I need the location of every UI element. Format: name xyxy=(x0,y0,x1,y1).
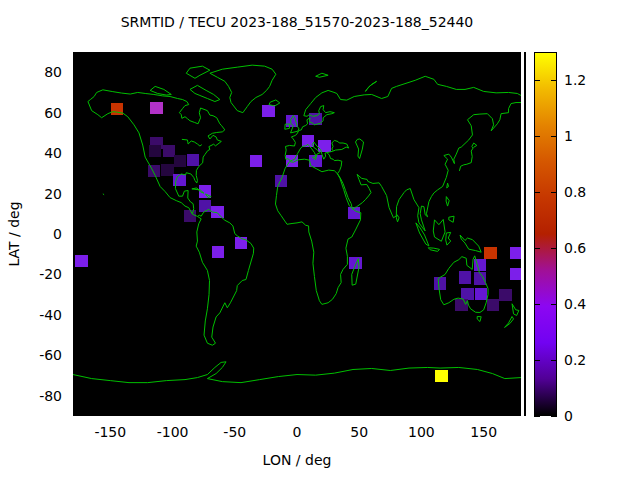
tec-data-cell xyxy=(173,174,186,186)
world-map-plot-area xyxy=(73,52,521,416)
tec-data-cell xyxy=(212,246,225,258)
colorbar-tick-mark xyxy=(534,416,540,417)
tec-data-cell xyxy=(459,271,472,283)
colorbar-tick-mark xyxy=(551,416,557,417)
tec-data-cell xyxy=(187,154,200,166)
tec-data-cell xyxy=(161,164,174,176)
y-tick-label: 80 xyxy=(0,63,62,81)
colorbar-tick-mark xyxy=(534,360,540,361)
colorbar-tick-mark xyxy=(534,304,540,305)
tec-data-cell xyxy=(510,268,521,280)
tec-data-cell xyxy=(199,200,212,212)
tec-data-cell xyxy=(211,206,224,218)
colorbar-tick-mark xyxy=(534,136,540,137)
colorbar-tick-label: 0.8 xyxy=(564,183,586,201)
tec-data-cell xyxy=(434,277,447,289)
y-tick-label: 20 xyxy=(0,185,62,203)
tec-data-cell xyxy=(348,207,361,219)
x-tick-label: -100 xyxy=(143,424,203,440)
tec-data-cell xyxy=(499,289,512,301)
tec-data-cell xyxy=(199,185,212,197)
tec-data-cell xyxy=(487,299,500,311)
tec-data-cell xyxy=(474,259,487,271)
tec-data-cell xyxy=(111,103,124,115)
tec-data-cell xyxy=(510,247,521,259)
colorbar-tick-label: 0.4 xyxy=(564,295,586,313)
tec-data-cell xyxy=(75,255,88,267)
tec-data-cell xyxy=(286,155,299,167)
y-tick-label: 60 xyxy=(0,104,62,122)
tec-data-cell xyxy=(484,247,497,259)
tec-data-cell xyxy=(174,155,187,167)
x-tick-label: 100 xyxy=(391,424,451,440)
tec-data-cell xyxy=(184,210,197,222)
colorbar-tick-label: 0.2 xyxy=(564,351,586,369)
tec-data-cell xyxy=(455,299,468,311)
colorbar-tick-mark xyxy=(534,80,540,81)
colorbar-tick-mark xyxy=(551,80,557,81)
tec-data-cell xyxy=(250,155,263,167)
tec-data-cell xyxy=(435,370,448,382)
colorbar-tick-label: 0.6 xyxy=(564,239,586,257)
x-tick-label: 0 xyxy=(267,424,327,440)
tec-data-cell xyxy=(309,113,322,125)
y-tick-label: -20 xyxy=(0,265,62,283)
colorbar-tick-label: 1.2 xyxy=(564,71,586,89)
colorbar-tick-mark xyxy=(551,136,557,137)
x-tick-label: -150 xyxy=(80,424,140,440)
colorbar-tick-mark xyxy=(551,360,557,361)
x-tick-label: -50 xyxy=(205,424,265,440)
x-tick-label: 150 xyxy=(454,424,514,440)
colorbar-tick-mark xyxy=(551,304,557,305)
tec-data-cell xyxy=(150,102,163,114)
tec-data-cell xyxy=(275,175,288,187)
gnuplot-figure: SRMTID / TECU 2023-188_51570-2023-188_52… xyxy=(0,0,640,480)
y-tick-label: -80 xyxy=(0,387,62,405)
colorbar-tick-mark xyxy=(534,248,540,249)
world-coastline xyxy=(73,52,521,416)
tec-data-cell xyxy=(235,237,248,249)
chart-title: SRMTID / TECU 2023-188_51570-2023-188_52… xyxy=(73,14,521,30)
colorbar-tick-mark xyxy=(551,192,557,193)
tec-data-cell xyxy=(286,115,299,127)
x-tick-label: 50 xyxy=(329,424,389,440)
tec-data-cell xyxy=(302,135,315,147)
right-border-line xyxy=(524,52,526,416)
tec-data-cell xyxy=(474,272,487,284)
y-tick-label: -60 xyxy=(0,346,62,364)
colorbar-tick-label: 1 xyxy=(564,127,573,145)
y-tick-label: 0 xyxy=(0,225,62,243)
tec-data-cell xyxy=(309,155,322,167)
y-tick-label: -40 xyxy=(0,306,62,324)
colorbar-tick-label: 0 xyxy=(564,407,573,425)
tec-data-cell xyxy=(318,140,331,152)
colorbar-gradient xyxy=(534,52,557,416)
tec-data-cell xyxy=(149,145,162,157)
tec-data-cell xyxy=(475,288,488,300)
x-axis-label: LON / deg xyxy=(73,452,521,468)
tec-data-cell xyxy=(148,165,161,177)
colorbar-tick-mark xyxy=(534,192,540,193)
y-tick-label: 40 xyxy=(0,144,62,162)
tec-data-cell xyxy=(349,257,362,269)
colorbar-tick-mark xyxy=(551,248,557,249)
tec-data-cell xyxy=(262,105,275,117)
